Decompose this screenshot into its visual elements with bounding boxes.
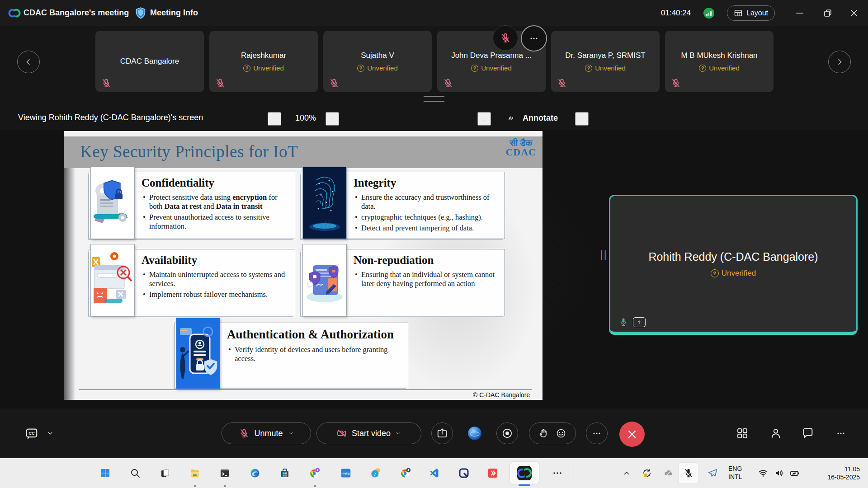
question-icon: ? bbox=[699, 65, 706, 72]
participant-tile[interactable]: Rajeshkumar ?Unverified bbox=[209, 31, 318, 92]
taskbar-overflow-button[interactable] bbox=[549, 465, 566, 481]
tray-onedrive-icon[interactable] bbox=[660, 465, 677, 481]
vscode-icon[interactable] bbox=[426, 465, 442, 481]
mic-muted-icon bbox=[557, 78, 567, 89]
connection-quality-icon[interactable] bbox=[703, 8, 714, 19]
participant-name: Sujatha V bbox=[361, 51, 394, 60]
meeting-security-shield-icon[interactable] bbox=[134, 6, 147, 20]
tray-volume-icon[interactable] bbox=[771, 465, 788, 481]
mic-muted-icon bbox=[329, 78, 340, 89]
closed-captions-button[interactable]: CC bbox=[22, 422, 42, 444]
smiley-reaction-icon bbox=[556, 428, 566, 439]
active-speaker-tile[interactable]: Rohith Reddy (C-DAC Bangalore) ? Unverif… bbox=[609, 195, 858, 335]
layout-grid-icon bbox=[734, 9, 743, 18]
tray-mic-muted-icon[interactable] bbox=[679, 463, 698, 483]
chrome-profile-a-icon[interactable]: A bbox=[307, 465, 323, 481]
tray-battery-icon[interactable] bbox=[787, 465, 803, 481]
tile-mute-button[interactable] bbox=[493, 25, 518, 51]
zoom-out-button[interactable] bbox=[268, 112, 281, 126]
window-close-button[interactable] bbox=[846, 5, 862, 21]
svg-text:A: A bbox=[316, 469, 319, 472]
captions-options-chevron[interactable] bbox=[43, 422, 57, 444]
unverified-badge: ?Unverified bbox=[471, 64, 512, 72]
layout-button-label: Layout bbox=[746, 9, 768, 17]
slide-card-confidentiality: Confidentiality Protect sensitive data u… bbox=[89, 172, 295, 239]
participants-panel-button[interactable] bbox=[766, 423, 786, 443]
participant-tile[interactable]: Sujatha V ?Unverified bbox=[323, 31, 432, 92]
myhp-app-icon[interactable]: myhp bbox=[338, 465, 354, 481]
tray-update-sync-icon[interactable] bbox=[639, 465, 655, 481]
participant-tile[interactable]: M B MUkesh Krishnan ?Unverified bbox=[665, 31, 774, 92]
shared-screen-stage: Key Security Principles for IoT सी डैक C… bbox=[0, 130, 868, 408]
taskbar-clock[interactable]: 11:05 16-05-2025 bbox=[827, 465, 860, 481]
slide-footer-rule bbox=[79, 389, 532, 390]
panel-more-button[interactable] bbox=[831, 423, 851, 443]
tray-wifi-icon[interactable] bbox=[755, 465, 771, 481]
unmute-label: Unmute bbox=[254, 429, 283, 438]
chat-panel-button[interactable] bbox=[798, 423, 818, 443]
reactions-button[interactable] bbox=[529, 422, 576, 444]
edge-browser-icon[interactable] bbox=[247, 465, 263, 481]
zoom-level[interactable]: 100% bbox=[288, 113, 324, 123]
tray-language-indicator[interactable]: ENG INTL bbox=[728, 465, 742, 481]
camera-muted-icon bbox=[336, 428, 347, 439]
non-repudiation-illustration bbox=[302, 244, 347, 316]
window-restore-button[interactable] bbox=[820, 5, 835, 21]
participant-tile[interactable]: Dr. Saranya P, SRMIST ?Unverified bbox=[551, 31, 660, 92]
chrome-profile-2-icon[interactable]: A bbox=[397, 465, 414, 481]
start-button[interactable] bbox=[97, 465, 113, 481]
window-minimize-button[interactable] bbox=[792, 5, 807, 21]
webex-assistant-button[interactable] bbox=[464, 422, 486, 444]
clock-time: 11:05 bbox=[827, 465, 860, 473]
start-video-label: Start video bbox=[352, 429, 391, 438]
leave-meeting-button[interactable] bbox=[619, 422, 645, 447]
slide-card-title: Integrity bbox=[354, 177, 499, 189]
microsoft-store-icon[interactable] bbox=[277, 465, 293, 481]
svg-text:A: A bbox=[407, 469, 410, 472]
tile-more-options-button[interactable] bbox=[521, 25, 547, 52]
chevron-down-icon bbox=[395, 430, 401, 436]
question-icon: ? bbox=[243, 65, 250, 72]
tray-show-hidden-icons[interactable] bbox=[618, 465, 635, 481]
filmstrip-prev-button[interactable] bbox=[17, 51, 40, 73]
filmstrip-next-button[interactable] bbox=[828, 51, 851, 73]
participant-name: M B MUkesh Krishnan bbox=[681, 51, 757, 60]
svg-text:myhp: myhp bbox=[341, 471, 350, 475]
webex-active-indicator bbox=[519, 484, 530, 486]
participant-filmstrip: CDAC Bangalore Rajeshkumar ?Unverified S… bbox=[0, 31, 868, 93]
tray-telegram-icon[interactable] bbox=[704, 465, 721, 481]
expand-share-button[interactable] bbox=[575, 112, 589, 126]
record-button[interactable] bbox=[496, 422, 518, 444]
slide-card-bullets: Verify identity of devices and users bef… bbox=[227, 345, 402, 363]
slide-card-bullets: Maintain uninterrupted access to systems… bbox=[142, 270, 289, 299]
search-icon[interactable] bbox=[127, 465, 143, 481]
webex-meeting-window: CDAC Bangalore's meeting Meeting Info 01… bbox=[0, 0, 868, 488]
layout-apps-button[interactable] bbox=[732, 423, 752, 443]
task-view-icon[interactable] bbox=[157, 465, 173, 481]
remote-control-button[interactable] bbox=[477, 112, 491, 126]
cdac-logo: सी डैक CDAC bbox=[505, 138, 536, 157]
share-screen-button[interactable] bbox=[431, 422, 453, 444]
zoom-in-button[interactable] bbox=[326, 112, 339, 126]
shared-slide: Key Security Principles for IoT सी डैक C… bbox=[64, 131, 542, 400]
help-ball-app-icon[interactable]: ? bbox=[368, 465, 384, 481]
slide-card-availability: Availability Maintain uninterrupted acce… bbox=[89, 249, 295, 316]
meeting-info-label[interactable]: Meeting Info bbox=[150, 8, 198, 18]
layout-button[interactable]: Layout bbox=[727, 5, 775, 21]
annotate-button[interactable]: Annotate bbox=[507, 113, 558, 123]
raise-hand-icon bbox=[538, 428, 549, 439]
q-app-icon[interactable] bbox=[456, 465, 472, 481]
more-options-button[interactable] bbox=[586, 422, 608, 444]
filmstrip-resize-handle[interactable] bbox=[424, 96, 444, 102]
stage-splitter-handle[interactable]: || bbox=[600, 249, 607, 260]
file-explorer-icon[interactable] bbox=[187, 465, 203, 481]
start-video-button[interactable]: Start video bbox=[316, 422, 421, 444]
webex-taskbar-icon[interactable] bbox=[510, 462, 539, 484]
terminal-icon[interactable] bbox=[217, 465, 233, 481]
mic-muted-icon bbox=[215, 78, 226, 89]
red-app-icon[interactable] bbox=[485, 465, 501, 481]
participant-tile[interactable]: CDAC Bangalore bbox=[95, 31, 204, 92]
question-icon: ? bbox=[711, 269, 719, 277]
unmute-button[interactable]: Unmute bbox=[222, 422, 311, 444]
slide-card-title: Non-repudiation bbox=[354, 254, 499, 267]
